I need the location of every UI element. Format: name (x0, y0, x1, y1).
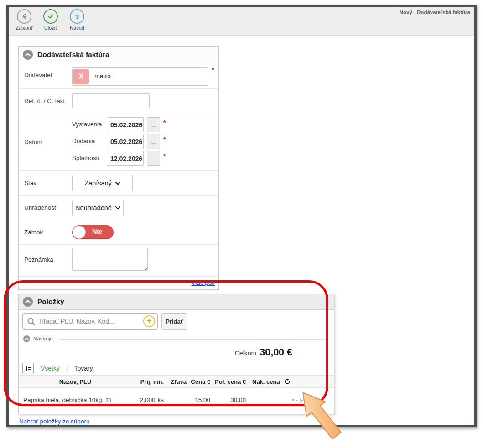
upload-items-link[interactable]: Nahrať položky zo súboru (19, 418, 89, 425)
payment-label: Uhradenosť (24, 204, 57, 211)
supplier-row: Dodávateľ X metro * (19, 62, 218, 89)
issue-date-input[interactable] (107, 117, 144, 132)
search-icon (27, 317, 36, 326)
issue-date-line: Vystavenia ... * (19, 117, 218, 132)
issue-date-picker-button[interactable]: ... (147, 117, 160, 132)
reference-input[interactable] (72, 93, 150, 108)
item-search-input[interactable] (39, 314, 140, 329)
item-qty: 2,000ks (132, 397, 164, 403)
items-panel: Položky + Pridať Nástroje Celkom 30,00 € (18, 294, 334, 414)
date-row: Dátum Vystavenia ... * Dodania ... * Spl… (19, 113, 218, 171)
invoice-panel: Dodávateľská faktúra Dodávateľ X metro *… (18, 46, 219, 290)
delivery-date-picker-button[interactable]: ... (147, 134, 160, 149)
payment-select-value: Neuhradené (75, 204, 112, 211)
item-search-box: + (22, 313, 158, 330)
collapse-items-button[interactable] (23, 297, 33, 307)
tab-all[interactable]: Všetky (41, 365, 60, 372)
note-label: Poznámka (24, 256, 53, 263)
back-arrow-icon (17, 9, 31, 24)
sort-amount-icon (25, 365, 32, 372)
toolbar: Zatvoriť Uložiť ? Návod Nový - Dodávateľ… (9, 7, 474, 36)
header-discount: Zľava (164, 378, 187, 385)
required-asterisk: * (163, 136, 166, 143)
chevron-up-icon (25, 338, 29, 340)
close-button[interactable]: Zatvoriť (11, 9, 37, 31)
more-fields-row: Viac polí (19, 277, 218, 289)
item-price: 15,00 (187, 397, 210, 403)
caret-down-icon (115, 206, 120, 210)
item-line-price: 30,00 (210, 397, 246, 403)
status-row: Stav Zapísaný (19, 171, 218, 196)
more-fields-link[interactable]: Viac polí (191, 279, 215, 286)
lock-toggle[interactable]: Nie (72, 225, 114, 239)
due-date-label: Splatnosti (72, 154, 99, 161)
window-title: Nový - Dodávateľská faktúra (400, 10, 470, 15)
lock-row: Zámok Nie (19, 220, 218, 245)
save-button[interactable]: Uložiť (37, 9, 64, 31)
delivery-date-label: Dodania (72, 138, 95, 144)
note-textarea[interactable] (72, 248, 148, 271)
tab-goods[interactable]: Tovary (74, 365, 93, 372)
checkmark-icon (43, 9, 58, 24)
close-button-label: Zatvoriť (16, 25, 33, 31)
toolbar-buttons: Zatvoriť Uložiť ? Návod (11, 9, 90, 31)
payment-row: Uhradenosť Neuhradené (19, 196, 218, 220)
delivery-date-input[interactable] (107, 134, 144, 149)
header-line-price: Pol. cena € (210, 378, 246, 385)
total-label: Celkom (235, 350, 256, 357)
caret-down-icon (115, 182, 120, 185)
status-select-value: Zapísaný (84, 180, 112, 187)
tab-divider: | (66, 365, 68, 372)
divider (60, 339, 328, 340)
add-item-button[interactable]: Pridať (161, 313, 187, 330)
tools-link[interactable]: Nástroje (33, 336, 53, 341)
clear-supplier-icon[interactable]: X (73, 69, 89, 84)
supplier-input[interactable]: X metro (72, 67, 208, 86)
items-table-header: Názov, PLU Prij. mn. Zľava Cena € Pol. c… (19, 375, 334, 388)
items-panel-title: Položky (37, 298, 64, 306)
save-button-label: Uložiť (44, 25, 57, 31)
add-item-plus-icon[interactable]: + (143, 315, 155, 327)
invoice-panel-title: Dodávateľská faktúra (37, 51, 109, 59)
collapse-tools-button[interactable] (23, 335, 30, 342)
status-label: Stav (24, 180, 36, 186)
lock-toggle-value: Nie (92, 228, 103, 235)
header-price: Cena € (187, 378, 210, 385)
required-asterisk: * (163, 153, 166, 160)
total-line: Celkom 30,00 € (235, 347, 292, 358)
reference-label: Ref. č. / Č. fakt. (24, 98, 67, 104)
toggle-knob (73, 226, 86, 239)
chevron-up-icon (25, 53, 31, 57)
header-name: Názov, PLU (19, 378, 132, 385)
header-purchase-price: Nák. cena (246, 378, 311, 385)
chevron-up-icon (25, 300, 31, 304)
due-date-line: Splatnosti ... * (19, 151, 218, 166)
status-select[interactable]: Zapísaný (72, 175, 133, 191)
delivery-date-line: Dodania ... * (19, 134, 218, 149)
header-qty: Prij. mn. (132, 378, 164, 385)
help-button[interactable]: ? Návod (64, 9, 90, 31)
due-date-input[interactable] (107, 151, 144, 166)
required-asterisk: * (212, 66, 214, 73)
reference-row: Ref. č. / Č. fakt. (19, 89, 218, 113)
item-name: Paprika biela, debnička 10kg, 28 (19, 397, 132, 403)
item-tabs: Všetky | Tovary (22, 362, 93, 374)
table-row[interactable]: Paprika biela, debnička 10kg, 28 2,000ks… (19, 388, 334, 412)
screenshot-stage: Zatvoriť Uložiť ? Návod Nový - Dodávateľ… (0, 0, 483, 448)
tools-row: Nástroje (19, 335, 334, 344)
help-button-label: Návod (70, 25, 84, 31)
app-window: Zatvoriť Uložiť ? Návod Nový - Dodávateľ… (6, 5, 477, 427)
item-unit: ks (158, 397, 164, 403)
payment-select[interactable]: Neuhradené (72, 200, 124, 216)
sort-button[interactable] (22, 363, 34, 374)
required-asterisk: * (163, 119, 166, 126)
item-plu: 28 (105, 397, 111, 403)
supplier-label: Dodávateľ (24, 72, 52, 78)
question-mark-icon: ? (70, 9, 84, 24)
collapse-invoice-button[interactable] (23, 50, 33, 60)
due-date-picker-button[interactable]: ... (147, 151, 160, 166)
issue-date-label: Vystavenia (72, 121, 102, 128)
refresh-icon[interactable] (284, 378, 291, 385)
invoice-panel-header: Dodávateľská faktúra (19, 47, 218, 62)
items-panel-header: Položky (19, 294, 334, 310)
